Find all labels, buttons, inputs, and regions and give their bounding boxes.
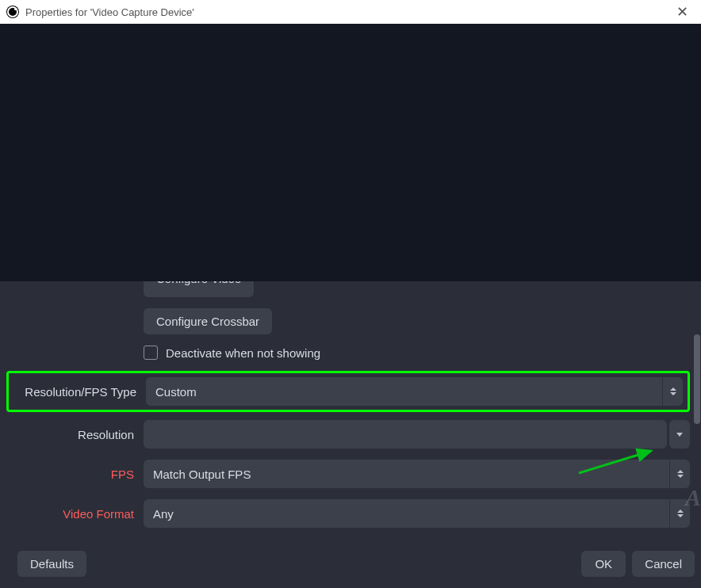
configure-video-row: Configure Video <box>11 288 690 297</box>
video-format-label: Video Format <box>11 507 144 521</box>
defaults-button[interactable]: Defaults <box>17 551 86 577</box>
resolution-input[interactable] <box>144 420 667 449</box>
cancel-button[interactable]: Cancel <box>632 551 695 577</box>
fps-label: FPS <box>11 468 144 481</box>
video-format-value: Any <box>144 499 669 528</box>
updown-icon <box>662 377 683 406</box>
deactivate-checkbox-label[interactable]: Deactivate when not showing <box>166 346 320 360</box>
deactivate-checkbox[interactable] <box>144 346 158 360</box>
fps-value: Match Output FPS <box>144 460 669 488</box>
video-format-row: Video Format Any <box>11 499 690 528</box>
window-title: Properties for 'Video Capture Device' <box>25 6 194 18</box>
form-area: Configure Video Configure Crossbar Deact… <box>0 281 701 543</box>
watermark: A <box>685 484 701 511</box>
configure-crossbar-button[interactable]: Configure Crossbar <box>144 308 272 334</box>
close-icon[interactable]: ✕ <box>670 3 695 21</box>
resolution-fps-type-select[interactable]: Custom <box>146 377 683 406</box>
configure-crossbar-row: Configure Crossbar <box>11 308 690 334</box>
fps-select[interactable]: Match Output FPS <box>144 460 690 488</box>
chevron-down-icon <box>676 433 683 437</box>
dialog-body: Configure Video Configure Crossbar Deact… <box>0 24 701 588</box>
resolution-dropdown-button[interactable] <box>669 420 690 449</box>
configure-video-button[interactable]: Configure Video <box>144 281 254 297</box>
resolution-fps-type-row: Resolution/FPS Type Custom <box>6 371 690 412</box>
ok-button[interactable]: OK <box>581 551 626 577</box>
footer-bar: Defaults OK Cancel <box>0 543 701 588</box>
titlebar: Properties for 'Video Capture Device' ✕ <box>0 0 701 24</box>
preview-area <box>0 24 701 281</box>
resolution-label: Resolution <box>11 428 144 441</box>
video-format-select[interactable]: Any <box>144 499 690 528</box>
resolution-fps-type-value: Custom <box>146 377 662 406</box>
resolution-fps-type-label: Resolution/FPS Type <box>9 385 146 399</box>
resolution-row: Resolution <box>11 420 690 449</box>
deactivate-row: Deactivate when not showing <box>11 346 690 360</box>
fps-row: FPS Match Output FPS <box>11 460 690 488</box>
scrollbar[interactable] <box>694 334 700 424</box>
obs-logo-icon <box>6 6 19 18</box>
